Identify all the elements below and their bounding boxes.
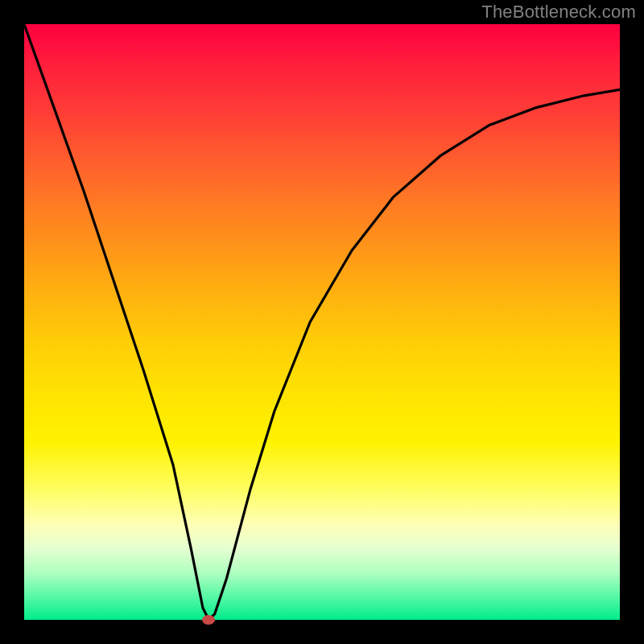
minimum-marker <box>202 615 215 625</box>
watermark-text: TheBottleneck.com <box>481 2 636 23</box>
plot-area <box>24 24 620 620</box>
chart-frame: TheBottleneck.com <box>0 0 644 644</box>
background-gradient <box>24 24 620 620</box>
